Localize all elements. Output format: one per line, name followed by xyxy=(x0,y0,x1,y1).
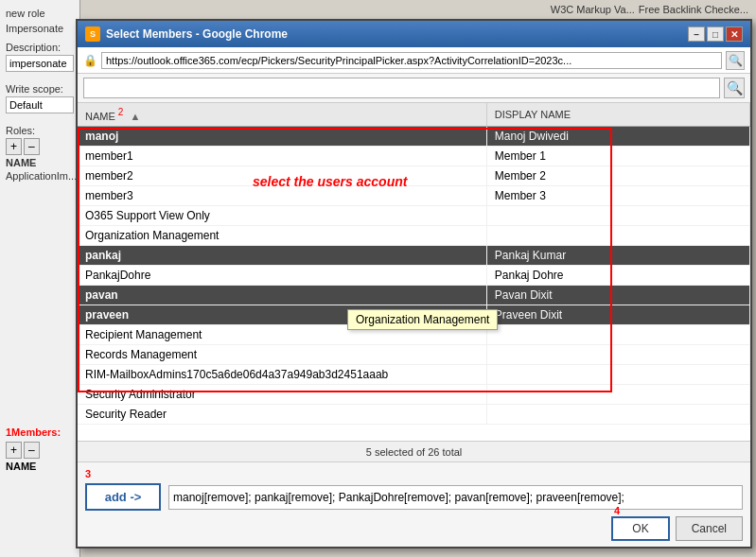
modal-title: Select Members - Google Chrome xyxy=(106,27,688,41)
add-row: add -> xyxy=(85,483,743,511)
minimize-button[interactable]: – xyxy=(688,26,705,42)
cell-display-name xyxy=(486,384,749,404)
cell-name: member2 xyxy=(78,165,486,185)
cell-display-name: Praveen Dixit xyxy=(486,305,749,324)
table-row[interactable]: pankajPankaj Kumar xyxy=(78,245,750,265)
search-row: 🔍 xyxy=(78,74,750,103)
tooltip-popup: Organization Management xyxy=(347,309,498,330)
table-wrapper[interactable]: NAME 2 ▲ DISPLAY NAME manojManoj Dwivedi… xyxy=(78,103,750,441)
window-controls: – □ ✕ xyxy=(688,26,743,42)
display-name-header-label: DISPLAY NAME xyxy=(495,109,571,120)
backlink-link[interactable]: Free Backlink Checke... xyxy=(639,4,748,15)
num-label-4: 4 xyxy=(614,505,620,516)
cell-display-name: Member 2 xyxy=(486,165,749,185)
address-search-button[interactable]: 🔍 xyxy=(726,51,745,70)
name-header-badge: 2 xyxy=(118,107,124,117)
cell-name: Security Administrator xyxy=(78,384,486,404)
cell-name: member1 xyxy=(78,146,486,165)
sort-icon: ▲ xyxy=(130,111,140,122)
write-scope-label: Write scope: xyxy=(6,83,74,95)
bottom-section: 3 add -> 4 OK Cancel xyxy=(78,461,750,547)
cell-name: Organization Management xyxy=(78,225,486,245)
roles-remove-button[interactable]: – xyxy=(24,138,40,155)
table-row[interactable]: Security Administrator xyxy=(78,384,750,404)
members-name-header: NAME xyxy=(6,461,61,472)
close-button[interactable]: ✕ xyxy=(726,26,743,42)
description-input[interactable] xyxy=(6,55,74,72)
cell-display-name xyxy=(486,205,749,225)
status-bar: 5 selected of 26 total xyxy=(78,441,750,461)
select-members-modal: S Select Members - Google Chrome – □ ✕ 🔒… xyxy=(76,19,752,548)
members-table: NAME 2 ▲ DISPLAY NAME manojManoj Dwivedi… xyxy=(78,103,750,425)
members-count-label: 1Members: xyxy=(6,426,61,438)
search-go-button[interactable]: 🔍 xyxy=(724,78,745,98)
name-header-label: NAME xyxy=(85,111,115,122)
roles-label: Roles: xyxy=(6,125,74,136)
roles-name-header: NAME xyxy=(6,157,74,168)
write-scope-input[interactable] xyxy=(6,96,74,113)
address-bar: 🔒 🔍 xyxy=(78,47,750,74)
cell-name: PankajDohre xyxy=(78,265,486,285)
modal-icon: S xyxy=(85,26,100,42)
left-panel: new role Impersonate Description: Write … xyxy=(0,0,80,557)
cell-display-name xyxy=(486,364,749,384)
ok-cancel-row: 4 OK Cancel xyxy=(85,516,743,541)
cell-name: O365 Support View Only xyxy=(78,205,486,225)
cell-display-name: Manoj Dwivedi xyxy=(486,126,749,146)
table-row[interactable]: Security Reader xyxy=(78,404,750,424)
cell-display-name: Pankaj Kumar xyxy=(486,245,749,265)
add-button[interactable]: add -> xyxy=(85,483,161,511)
cell-display-name xyxy=(486,225,749,245)
members-input[interactable] xyxy=(168,485,743,510)
members-remove-button[interactable]: – xyxy=(24,442,40,459)
name-column-header[interactable]: NAME 2 ▲ xyxy=(78,103,486,126)
table-row[interactable]: PankajDohrePankaj Dohre xyxy=(78,265,750,285)
cell-display-name: Pavan Dixit xyxy=(486,285,749,305)
cell-display-name xyxy=(486,404,749,424)
cell-display-name: Member 1 xyxy=(486,146,749,165)
maximize-button[interactable]: □ xyxy=(707,26,724,42)
cell-name: RIM-MailboxAdmins170c5a6de06d4a37a949ab3… xyxy=(78,364,486,384)
cancel-button[interactable]: Cancel xyxy=(676,516,743,541)
display-name-column-header[interactable]: DISPLAY NAME xyxy=(486,103,749,126)
search-input[interactable] xyxy=(83,78,720,98)
cell-display-name xyxy=(486,344,749,364)
table-row[interactable]: Records Management xyxy=(78,344,750,364)
table-area: NAME 2 ▲ DISPLAY NAME manojManoj Dwivedi… xyxy=(78,103,750,441)
cell-name: manoj xyxy=(78,126,486,146)
table-row[interactable]: member3Member 3 xyxy=(78,185,750,205)
table-row[interactable]: pavanPavan Dixit xyxy=(78,285,750,305)
cell-name: Records Management xyxy=(78,344,486,364)
roles-add-button[interactable]: + xyxy=(6,138,22,155)
cell-display-name xyxy=(486,324,749,344)
lock-icon: 🔒 xyxy=(83,54,97,67)
cell-name: member3 xyxy=(78,185,486,205)
url-input[interactable] xyxy=(101,52,722,69)
table-row[interactable]: O365 Support View Only xyxy=(78,205,750,225)
status-text: 5 selected of 26 total xyxy=(366,446,463,458)
table-row[interactable]: RIM-MailboxAdmins170c5a6de06d4a37a949ab3… xyxy=(78,364,750,384)
cell-display-name: Member 3 xyxy=(486,185,749,205)
w3c-link[interactable]: W3C Markup Va... xyxy=(551,4,635,15)
app-in-label: ApplicationIm... xyxy=(6,170,74,182)
impersonate-label: Impersonate xyxy=(6,23,74,34)
table-row[interactable]: member1Member 1 xyxy=(78,146,750,165)
top-hint-bar: W3C Markup Va... Free Backlink Checke... xyxy=(543,0,756,19)
table-row[interactable]: manojManoj Dwivedi xyxy=(78,126,750,146)
table-row[interactable]: member2Member 2 xyxy=(78,165,750,185)
new-role-label: new role xyxy=(6,8,74,19)
table-row[interactable]: Organization Management xyxy=(78,225,750,245)
ok-button[interactable]: OK xyxy=(611,516,669,541)
cell-name: Security Reader xyxy=(78,404,486,424)
members-add-button[interactable]: + xyxy=(6,442,22,459)
cell-display-name: Pankaj Dohre xyxy=(486,265,749,285)
modal-title-bar: S Select Members - Google Chrome – □ ✕ xyxy=(78,21,750,47)
num-label-3: 3 xyxy=(85,468,743,479)
cell-name: pankaj xyxy=(78,245,486,265)
cell-name: pavan xyxy=(78,285,486,305)
description-label: Description: xyxy=(6,42,74,53)
